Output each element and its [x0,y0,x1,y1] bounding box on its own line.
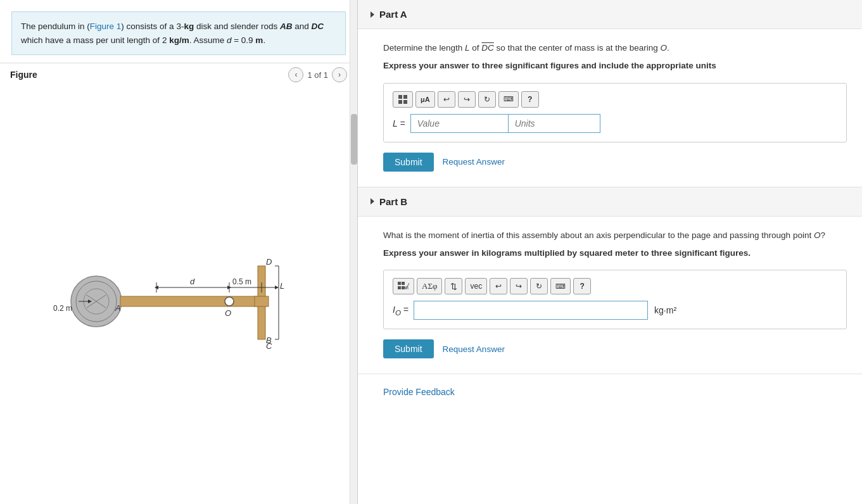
help-btn-a[interactable]: ? [521,91,539,108]
figure-link[interactable]: Figure 1 [90,22,122,31]
pendulum-diagram: d 0.5 m D B C A L O [33,225,324,365]
part-b-question: What is the moment of inertia of this as… [383,229,847,242]
svg-text:A: A [115,303,121,313]
undo-btn-a[interactable]: ↩ [438,91,455,108]
greek-btn-b[interactable]: ΑΣφ [417,278,442,294]
redo-btn-b[interactable]: ↪ [510,278,528,294]
part-a-toolbar: μΑ ↩ ↪ ↻ ⌨ ? [393,91,837,108]
figure-nav: ‹ 1 of 1 › [288,67,347,82]
part-b-collapse-icon [371,198,374,205]
part-a-value-input[interactable] [410,114,509,133]
part-b-request-answer-link[interactable]: Request Answer [443,344,505,354]
svg-rect-34 [398,286,401,289]
figure-label: Figure [10,70,37,80]
figure-header: Figure ‹ 1 of 1 › [0,63,357,86]
svg-rect-30 [398,100,402,104]
page-indicator: 1 of 1 [307,70,328,80]
undo-btn-b[interactable]: ↩ [490,278,507,294]
arrows-btn-b[interactable]: ⇅ [445,278,462,294]
svg-text:L: L [280,281,284,291]
part-a-question: Determine the length L of DC so that the… [383,42,847,54]
part-b-input-label: IO = [393,305,409,317]
svg-text:d: d [190,277,195,286]
part-a-collapse-icon [371,11,374,18]
figure-area: Figure ‹ 1 of 1 › [0,63,357,504]
svg-text:D: D [266,257,272,267]
svg-point-6 [225,297,234,306]
svg-rect-29 [403,95,407,99]
mu-btn-a[interactable]: μΑ [415,91,435,108]
part-b-section: Part B What is the moment of inertia of … [358,187,862,375]
part-a-input-row: L = [393,114,837,133]
help-btn-b[interactable]: ? [573,278,591,294]
svg-text:C: C [266,341,272,351]
refresh-btn-a[interactable]: ↻ [478,91,496,108]
part-a-units-input[interactable] [509,114,600,133]
redo-btn-a[interactable]: ↪ [458,91,476,108]
keyboard-btn-a[interactable]: ⌨ [498,91,519,108]
problem-statement: The pendulum in (Figure 1) consists of a… [11,11,346,55]
keyboard-btn-b[interactable]: ⌨ [550,278,571,294]
svg-rect-8 [255,296,269,306]
next-figure-btn[interactable]: › [332,67,347,82]
part-a-content: Determine the length L of DC so that the… [358,29,862,187]
part-b-value-input[interactable] [414,301,648,320]
part-b-toolbar: n ΑΣφ ⇅ vec ↩ ↪ ↻ [393,278,837,294]
left-panel: The pendulum in (Figure 1) consists of a… [0,0,358,504]
part-a-input-label: L = [393,118,405,129]
svg-rect-32 [398,282,401,285]
part-b-unit-label: kg·m² [654,305,676,315]
scrollbar-thumb[interactable] [351,114,357,165]
part-a-action-row: Submit Request Answer [383,153,847,172]
part-a-section: Part A Determine the length L of DC so t… [358,0,862,187]
part-b-action-row: Submit Request Answer [383,339,847,358]
part-a-instruction: Express your answer to three significant… [383,60,847,72]
left-scrollbar[interactable] [350,0,357,504]
part-a-submit-btn[interactable]: Submit [383,153,434,172]
svg-text:0.2 m: 0.2 m [53,304,72,313]
part-b-content: What is the moment of inertia of this as… [358,217,862,374]
part-a-answer-box: μΑ ↩ ↪ ↻ ⌨ ? L = [383,83,847,142]
matrix-btn-a[interactable] [393,91,413,108]
vec-btn-b[interactable]: vec [465,278,487,294]
matrix-sqrt-btn-b[interactable]: n [393,278,414,294]
part-a-header[interactable]: Part A [358,0,862,29]
figure-content: d 0.5 m D B C A L O [0,86,357,503]
refresh-btn-b[interactable]: ↻ [530,278,548,294]
part-a-request-answer-link[interactable]: Request Answer [443,157,505,167]
part-b-title: Part B [379,196,407,207]
svg-rect-33 [402,282,405,285]
prev-figure-btn[interactable]: ‹ [288,67,303,82]
svg-rect-31 [403,100,407,104]
provide-feedback-link[interactable]: Provide Feedback [358,374,862,412]
part-b-input-row: IO = kg·m² [393,301,837,320]
svg-text:O: O [225,308,231,318]
part-b-answer-box: n ΑΣφ ⇅ vec ↩ ↪ ↻ [383,270,847,329]
svg-text:0.5 m: 0.5 m [232,277,251,286]
svg-rect-5 [120,296,266,306]
right-panel: Part A Determine the length L of DC so t… [358,0,862,504]
svg-rect-35 [402,286,405,289]
part-a-title: Part A [379,9,407,20]
part-b-instruction: Express your answer in kilograms multipl… [383,247,847,260]
part-b-submit-btn[interactable]: Submit [383,339,434,358]
svg-rect-28 [398,95,402,99]
part-b-header[interactable]: Part B [358,187,862,217]
